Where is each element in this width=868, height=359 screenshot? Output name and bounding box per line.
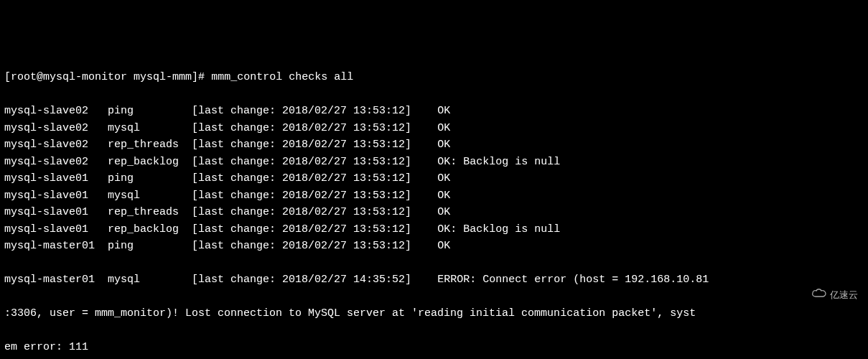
error-continuation-2: em error: 111 bbox=[4, 341, 88, 353]
error-line-1: mysql-master01 mysql [last change: 2018/… bbox=[4, 271, 864, 289]
check-last-change: [last change: 2018/02/27 13:53:12] bbox=[192, 105, 437, 117]
check-name: ping bbox=[108, 240, 192, 252]
error-line-2: :3306, user = mmm_monitor)! Lost connect… bbox=[4, 305, 864, 322]
check-name: mysql bbox=[108, 122, 192, 134]
check-row: mysql-slave01 rep_threads [last change: … bbox=[4, 204, 864, 221]
prompt-line-1: [root@mysql-monitor mysql-mmm]# mmm_cont… bbox=[4, 69, 864, 86]
check-row: mysql-slave01 mysql [last change: 2018/0… bbox=[4, 187, 864, 205]
check-name: rep_threads bbox=[108, 139, 192, 151]
check-host: mysql-slave02 bbox=[4, 156, 108, 168]
check-host: mysql-slave01 bbox=[4, 206, 108, 218]
check-name: mysql bbox=[108, 190, 192, 202]
check-host: mysql-slave02 bbox=[4, 105, 108, 117]
error-host: mysql-master01 bbox=[4, 274, 108, 286]
check-status: OK: Backlog is null bbox=[437, 223, 560, 236]
check-host: mysql-slave01 bbox=[4, 190, 108, 202]
check-status: OK bbox=[437, 240, 450, 252]
check-name: rep_threads bbox=[108, 206, 192, 218]
check-host: mysql-slave01 bbox=[4, 172, 108, 185]
check-name: rep_backlog bbox=[108, 156, 192, 168]
check-last-change: [last change: 2018/02/27 13:53:12] bbox=[192, 156, 437, 168]
check-last-change: [last change: 2018/02/27 13:53:12] bbox=[192, 139, 437, 151]
check-status: OK bbox=[437, 105, 450, 117]
check-host: mysql-slave02 bbox=[4, 139, 108, 151]
error-status: ERROR: Connect error (host = 192.168.10.… bbox=[437, 274, 709, 286]
prompt-host: mysql-monitor bbox=[43, 71, 127, 83]
command-text: mmm_control checks all bbox=[211, 71, 353, 83]
check-last-change: [last change: 2018/02/27 13:53:12] bbox=[192, 172, 437, 185]
check-host: mysql-slave01 bbox=[4, 223, 108, 236]
check-last-change: [last change: 2018/02/27 13:53:12] bbox=[192, 206, 437, 218]
watermark: 亿速云 bbox=[801, 270, 858, 321]
check-last-change: [last change: 2018/02/27 13:53:12] bbox=[192, 122, 437, 134]
watermark-text: 亿速云 bbox=[830, 286, 858, 304]
check-host: mysql-slave02 bbox=[4, 122, 108, 134]
cloud-icon bbox=[801, 270, 827, 321]
prompt-open-bracket: [ bbox=[4, 71, 11, 83]
check-status: OK bbox=[437, 139, 450, 151]
check-status: OK bbox=[437, 190, 450, 202]
check-row: mysql-slave02 mysql [last change: 2018/0… bbox=[4, 120, 864, 137]
prompt-at: @ bbox=[37, 71, 43, 83]
check-host: mysql-master01 bbox=[4, 240, 108, 252]
prompt-close-bracket: ]# bbox=[192, 71, 205, 83]
check-row: mysql-slave02 rep_backlog [last change: … bbox=[4, 154, 864, 171]
check-last-change: [last change: 2018/02/27 13:53:12] bbox=[192, 240, 437, 252]
check-last-change: [last change: 2018/02/27 13:53:12] bbox=[192, 223, 437, 236]
error-lc: [last change: 2018/02/27 14:35:52] bbox=[192, 274, 437, 286]
error-check: mysql bbox=[108, 274, 192, 286]
check-status: OK: Backlog is null bbox=[437, 156, 560, 168]
check-row: mysql-master01 ping [last change: 2018/0… bbox=[4, 238, 864, 255]
check-row: mysql-slave02 rep_threads [last change: … bbox=[4, 136, 864, 154]
check-status: OK bbox=[437, 172, 450, 185]
error-continuation-1: :3306, user = mmm_monitor)! Lost connect… bbox=[4, 307, 696, 320]
check-row: mysql-slave01 ping [last change: 2018/02… bbox=[4, 170, 864, 187]
prompt-cwd: mysql-mmm bbox=[134, 71, 192, 83]
output-block-1: mysql-slave02 ping [last change: 2018/02… bbox=[4, 103, 864, 255]
prompt-space bbox=[127, 71, 134, 83]
prompt-space2 bbox=[205, 71, 211, 83]
error-line-3: em error: 111 bbox=[4, 339, 864, 356]
prompt-user: root bbox=[11, 71, 37, 83]
check-row: mysql-slave02 ping [last change: 2018/02… bbox=[4, 103, 864, 120]
check-row: mysql-slave01 rep_backlog [last change: … bbox=[4, 221, 864, 238]
check-last-change: [last change: 2018/02/27 13:53:12] bbox=[192, 190, 437, 202]
check-name: ping bbox=[108, 172, 192, 185]
check-status: OK bbox=[437, 206, 450, 218]
check-name: rep_backlog bbox=[108, 223, 192, 236]
check-status: OK bbox=[437, 122, 450, 134]
check-name: ping bbox=[108, 105, 192, 117]
